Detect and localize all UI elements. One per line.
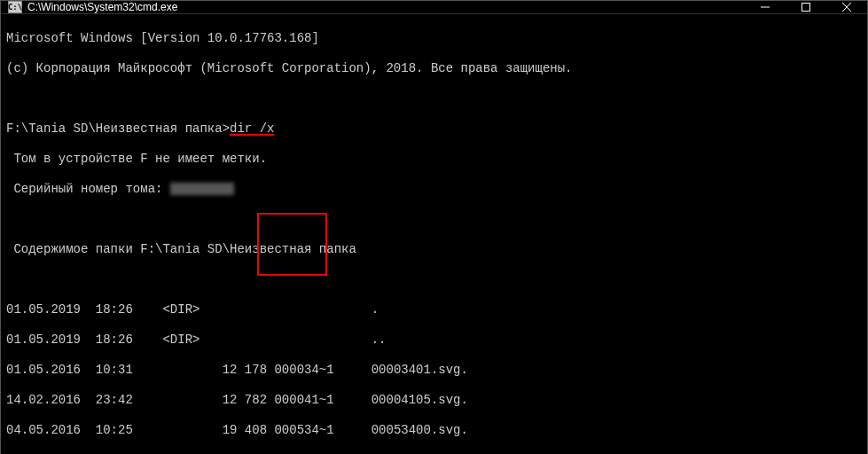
serial-blurred — [170, 183, 234, 195]
blank-line — [6, 91, 862, 106]
dir-row: 01.05.2019 18:26 <DIR> . — [6, 302, 862, 317]
long-name: 00003401.svg. — [334, 363, 468, 377]
dir-info: 01.05.2016 10:31 12 178 — [6, 363, 274, 377]
dir-row: 01.05.2019 18:26 <DIR> .. — [6, 333, 862, 348]
serial-label: Серийный номер тома: — [6, 182, 170, 196]
serial-line: Серийный номер тома: — [6, 182, 862, 197]
maximize-button[interactable] — [786, 1, 826, 13]
short-name: 000041~1 — [274, 393, 333, 407]
blank-line — [6, 212, 862, 227]
svg-rect-1 — [802, 4, 810, 12]
version-line: Microsoft Windows [Version 10.0.17763.16… — [6, 31, 862, 46]
long-name: 00053400.svg. — [334, 423, 468, 437]
dir-row: 01.05.2016 10:31 12 178 000034~1 0000340… — [6, 363, 862, 378]
window-controls — [745, 1, 867, 13]
close-icon — [842, 3, 851, 12]
dir-row: 04.05.2016 10:25 19 408 000534~1 0005340… — [6, 423, 862, 438]
long-name: 00004105.svg. — [334, 393, 468, 407]
dir-info: 14.02.2016 23:42 12 782 — [6, 393, 274, 407]
titlebar[interactable]: C:\ C:\Windows\System32\cmd.exe — [1, 1, 867, 14]
terminal-output[interactable]: Microsoft Windows [Version 10.0.17763.16… — [1, 14, 867, 454]
cmd-icon: C:\ — [8, 1, 22, 13]
copyright-line: (c) Корпорация Майкрософт (Microsoft Cor… — [6, 61, 862, 76]
maximize-icon — [802, 3, 810, 12]
prompt-line-1: F:\Tania SD\Неизвестная папка>dir /x — [6, 121, 862, 137]
dir-info: 04.05.2016 10:25 19 408 — [6, 423, 274, 437]
short-name: 000034~1 — [274, 363, 333, 377]
minimize-button[interactable] — [745, 1, 786, 13]
short-name: 000534~1 — [274, 423, 333, 437]
prompt-path: F:\Tania SD\Неизвестная папка> — [6, 121, 230, 136]
dir-row: 14.02.2016 23:42 12 782 000041~1 0000410… — [6, 393, 862, 408]
contents-header: Содержимое папки F:\Tania SD\Неизвестная… — [6, 242, 862, 257]
close-button[interactable] — [826, 1, 867, 13]
dir-command: dir /x — [230, 121, 274, 136]
blank-line — [6, 272, 862, 287]
volume-line: Том в устройстве F не имеет метки. — [6, 152, 862, 167]
window-title: C:\Windows\System32\cmd.exe — [27, 1, 745, 13]
cmd-window: C:\ C:\Windows\System32\cmd.exe Microsof… — [0, 0, 868, 454]
minimize-icon — [761, 3, 770, 12]
